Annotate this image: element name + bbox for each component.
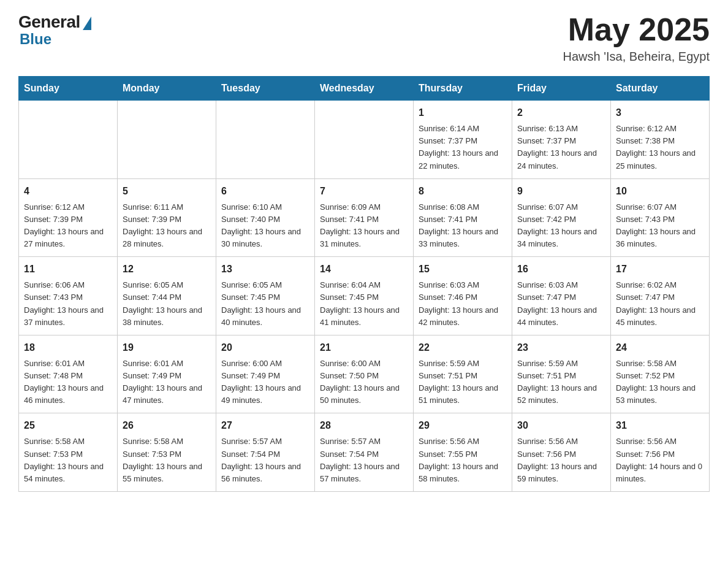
calendar-cell: 12Sunrise: 6:05 AMSunset: 7:44 PMDayligh… [118, 257, 216, 335]
calendar-cell: 10Sunrise: 6:07 AMSunset: 7:43 PMDayligh… [611, 178, 710, 257]
day-info: Sunrise: 6:06 AMSunset: 7:43 PMDaylight:… [24, 279, 112, 329]
day-number: 9 [517, 184, 605, 199]
day-info: Sunrise: 6:01 AMSunset: 7:49 PMDaylight:… [123, 358, 211, 407]
calendar-cell: 29Sunrise: 5:56 AMSunset: 7:55 PMDayligh… [414, 413, 512, 492]
day-number: 30 [517, 418, 605, 433]
day-info: Sunrise: 5:57 AMSunset: 7:54 PMDaylight:… [320, 435, 408, 485]
day-number: 7 [320, 184, 408, 199]
calendar-cell: 23Sunrise: 5:59 AMSunset: 7:51 PMDayligh… [512, 335, 611, 413]
logo: General Blue [18, 12, 91, 48]
day-info: Sunrise: 5:59 AMSunset: 7:51 PMDaylight:… [517, 358, 605, 407]
day-header-monday: Monday [118, 77, 216, 101]
day-number: 12 [123, 262, 211, 277]
calendar-week-row: 11Sunrise: 6:06 AMSunset: 7:43 PMDayligh… [19, 257, 710, 335]
day-info: Sunrise: 6:01 AMSunset: 7:48 PMDaylight:… [24, 358, 112, 407]
day-info: Sunrise: 6:05 AMSunset: 7:45 PMDaylight:… [221, 279, 309, 329]
day-number: 10 [616, 184, 704, 199]
calendar-cell: 25Sunrise: 5:58 AMSunset: 7:53 PMDayligh… [19, 413, 118, 492]
calendar-week-row: 1Sunrise: 6:14 AMSunset: 7:37 PMDaylight… [19, 101, 710, 179]
calendar-cell [118, 101, 216, 179]
day-info: Sunrise: 6:13 AMSunset: 7:37 PMDaylight:… [517, 123, 605, 172]
month-year-title: May 2025 [563, 12, 710, 47]
day-info: Sunrise: 6:04 AMSunset: 7:45 PMDaylight:… [320, 279, 408, 329]
day-info: Sunrise: 5:58 AMSunset: 7:53 PMDaylight:… [123, 435, 211, 485]
day-number: 31 [616, 418, 704, 433]
calendar-cell: 30Sunrise: 5:56 AMSunset: 7:56 PMDayligh… [512, 413, 611, 492]
calendar-cell: 24Sunrise: 5:58 AMSunset: 7:52 PMDayligh… [611, 335, 710, 413]
calendar-cell: 20Sunrise: 6:00 AMSunset: 7:49 PMDayligh… [216, 335, 315, 413]
day-number: 8 [419, 184, 507, 199]
calendar-cell: 4Sunrise: 6:12 AMSunset: 7:39 PMDaylight… [19, 178, 118, 257]
calendar-cell: 26Sunrise: 5:58 AMSunset: 7:53 PMDayligh… [118, 413, 216, 492]
calendar-cell: 15Sunrise: 6:03 AMSunset: 7:46 PMDayligh… [414, 257, 512, 335]
day-info: Sunrise: 5:58 AMSunset: 7:53 PMDaylight:… [24, 435, 112, 485]
calendar-cell: 19Sunrise: 6:01 AMSunset: 7:49 PMDayligh… [118, 335, 216, 413]
calendar-cell [216, 101, 315, 179]
day-info: Sunrise: 6:07 AMSunset: 7:43 PMDaylight:… [616, 201, 704, 251]
day-info: Sunrise: 6:05 AMSunset: 7:44 PMDaylight:… [123, 279, 211, 329]
calendar-cell: 18Sunrise: 6:01 AMSunset: 7:48 PMDayligh… [19, 335, 118, 413]
day-header-tuesday: Tuesday [216, 77, 315, 101]
day-number: 14 [320, 262, 408, 277]
day-info: Sunrise: 5:57 AMSunset: 7:54 PMDaylight:… [221, 435, 309, 485]
day-info: Sunrise: 6:00 AMSunset: 7:49 PMDaylight:… [221, 358, 309, 407]
day-info: Sunrise: 6:14 AMSunset: 7:37 PMDaylight:… [419, 123, 507, 172]
calendar-cell: 28Sunrise: 5:57 AMSunset: 7:54 PMDayligh… [315, 413, 414, 492]
day-number: 16 [517, 262, 605, 277]
calendar-week-row: 25Sunrise: 5:58 AMSunset: 7:53 PMDayligh… [19, 413, 710, 492]
day-number: 3 [616, 105, 704, 120]
calendar-cell: 8Sunrise: 6:08 AMSunset: 7:41 PMDaylight… [414, 178, 512, 257]
day-number: 18 [24, 340, 112, 355]
calendar-table: SundayMondayTuesdayWednesdayThursdayFrid… [18, 76, 710, 492]
day-info: Sunrise: 6:03 AMSunset: 7:46 PMDaylight:… [419, 279, 507, 329]
logo-blue-text: Blue [20, 31, 51, 48]
day-info: Sunrise: 5:56 AMSunset: 7:55 PMDaylight:… [419, 435, 507, 485]
day-header-sunday: Sunday [19, 77, 118, 101]
calendar-cell: 16Sunrise: 6:03 AMSunset: 7:47 PMDayligh… [512, 257, 611, 335]
calendar-cell: 13Sunrise: 6:05 AMSunset: 7:45 PMDayligh… [216, 257, 315, 335]
day-header-saturday: Saturday [611, 77, 710, 101]
day-number: 24 [616, 340, 704, 355]
calendar-cell [315, 101, 414, 179]
day-number: 2 [517, 105, 605, 120]
calendar-cell: 5Sunrise: 6:11 AMSunset: 7:39 PMDaylight… [118, 178, 216, 257]
day-number: 17 [616, 262, 704, 277]
day-number: 19 [123, 340, 211, 355]
day-number: 20 [221, 340, 309, 355]
calendar-cell: 21Sunrise: 6:00 AMSunset: 7:50 PMDayligh… [315, 335, 414, 413]
calendar-week-row: 18Sunrise: 6:01 AMSunset: 7:48 PMDayligh… [19, 335, 710, 413]
day-info: Sunrise: 5:58 AMSunset: 7:52 PMDaylight:… [616, 358, 704, 407]
calendar-cell: 6Sunrise: 6:10 AMSunset: 7:40 PMDaylight… [216, 178, 315, 257]
location-subtitle: Hawsh 'Isa, Beheira, Egypt [563, 50, 710, 64]
day-info: Sunrise: 6:00 AMSunset: 7:50 PMDaylight:… [320, 358, 408, 407]
day-number: 6 [221, 184, 309, 199]
day-header-wednesday: Wednesday [315, 77, 414, 101]
day-info: Sunrise: 6:08 AMSunset: 7:41 PMDaylight:… [419, 201, 507, 251]
day-number: 21 [320, 340, 408, 355]
day-info: Sunrise: 6:07 AMSunset: 7:42 PMDaylight:… [517, 201, 605, 251]
day-number: 11 [24, 262, 112, 277]
day-number: 4 [24, 184, 112, 199]
day-header-thursday: Thursday [414, 77, 512, 101]
day-number: 15 [419, 262, 507, 277]
calendar-cell: 1Sunrise: 6:14 AMSunset: 7:37 PMDaylight… [414, 101, 512, 179]
page-header: General Blue May 2025 Hawsh 'Isa, Beheir… [18, 12, 710, 64]
day-number: 26 [123, 418, 211, 433]
calendar-cell: 31Sunrise: 5:56 AMSunset: 7:56 PMDayligh… [611, 413, 710, 492]
day-number: 5 [123, 184, 211, 199]
day-number: 1 [419, 105, 507, 120]
logo-triangle-icon [83, 17, 91, 30]
day-info: Sunrise: 6:10 AMSunset: 7:40 PMDaylight:… [221, 201, 309, 251]
calendar-cell: 14Sunrise: 6:04 AMSunset: 7:45 PMDayligh… [315, 257, 414, 335]
calendar-cell: 17Sunrise: 6:02 AMSunset: 7:47 PMDayligh… [611, 257, 710, 335]
day-number: 28 [320, 418, 408, 433]
calendar-cell: 27Sunrise: 5:57 AMSunset: 7:54 PMDayligh… [216, 413, 315, 492]
day-info: Sunrise: 5:56 AMSunset: 7:56 PMDaylight:… [517, 435, 605, 485]
day-info: Sunrise: 6:03 AMSunset: 7:47 PMDaylight:… [517, 279, 605, 329]
calendar-cell: 7Sunrise: 6:09 AMSunset: 7:41 PMDaylight… [315, 178, 414, 257]
logo-general-text: General [18, 12, 80, 32]
calendar-cell: 22Sunrise: 5:59 AMSunset: 7:51 PMDayligh… [414, 335, 512, 413]
day-info: Sunrise: 6:02 AMSunset: 7:47 PMDaylight:… [616, 279, 704, 329]
title-block: May 2025 Hawsh 'Isa, Beheira, Egypt [563, 12, 710, 64]
day-number: 22 [419, 340, 507, 355]
